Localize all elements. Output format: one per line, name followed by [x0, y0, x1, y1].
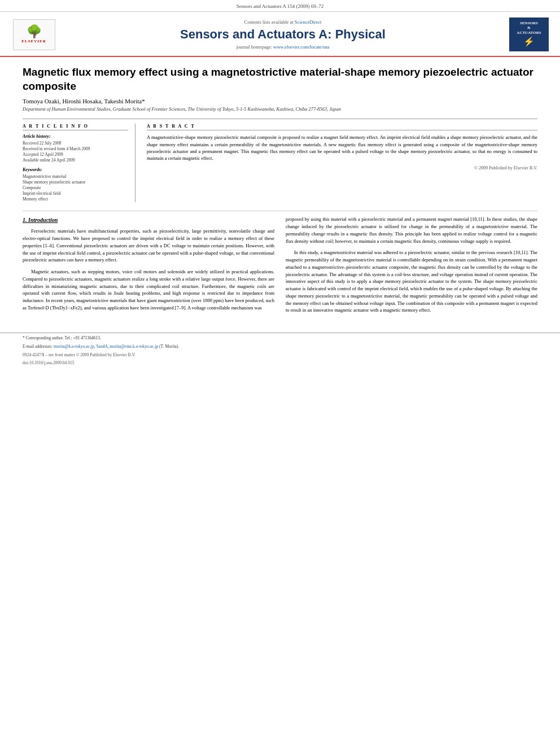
received-date: Received 22 July 2008: [23, 141, 128, 146]
journal-center: Contents lists available at ScienceDirec…: [56, 19, 509, 50]
elsevier-logo-box: 🌳 ELSEVIER: [13, 19, 55, 50]
email1-link[interactable]: morita@k.u-tokyo.ac.jp: [54, 344, 94, 349]
elsevier-logo: 🌳 ELSEVIER: [11, 19, 56, 50]
body-col-left: 1. Introduction Ferroelectric materials …: [23, 216, 274, 318]
body-para-4: In this study, a magnetostrictive materi…: [286, 249, 537, 314]
journal-header: 🌳 ELSEVIER Contents lists available at S…: [0, 12, 560, 57]
journal-logo-text: SENSORS&ACTUATORS: [517, 21, 541, 35]
section1-title: 1. Introduction: [23, 216, 274, 224]
body-section: 1. Introduction Ferroelectric materials …: [23, 216, 537, 318]
body-col-right: proposed by using this material with a p…: [286, 216, 537, 318]
abstract-col: A B S T R A C T A magnetostrictive-shape…: [147, 124, 537, 202]
article-info-col: A R T I C L E I N F O Article history: R…: [23, 124, 135, 202]
body-divider: [23, 211, 537, 211]
article-info-header: A R T I C L E I N F O: [23, 124, 128, 130]
elsevier-label: ELSEVIER: [21, 39, 46, 43]
elsevier-tree-icon: 🌳: [27, 25, 42, 38]
accepted-date: Accepted 12 April 2009: [23, 152, 128, 157]
keyword-2: Shape memory piezoelectric actuator: [23, 180, 128, 185]
sciencedirect-link[interactable]: ScienceDirect: [295, 19, 322, 25]
keywords-label: Keywords:: [23, 167, 128, 172]
journal-logo-icon: ⚡: [523, 36, 535, 47]
journal-homepage: journal homepage: www.elsevier.com/locat…: [68, 44, 498, 50]
keyword-4: Imprint electrical field: [23, 191, 128, 196]
journal-ref-bar: Sensors and Actuators A 154 (2009) 69–72: [0, 0, 560, 12]
authors: Tomoya Ozaki, Hiroshi Hosaka, Takeshi Mo…: [23, 98, 537, 104]
journal-logo-right: SENSORS&ACTUATORS ⚡: [509, 18, 549, 51]
article-title: Magnetic flux memory effect using a magn…: [23, 65, 537, 93]
homepage-link[interactable]: www.elsevier.com/locate/sna: [273, 44, 329, 50]
corresponding-author-note: * Corresponding author. Tel.: +81 471364…: [23, 335, 537, 342]
keyword-1: Magnetostrictive material: [23, 174, 128, 179]
body-para-1: Ferroelectric materials have multifuncti…: [23, 228, 274, 264]
abstract-copyright: © 2009 Published by Elsevier B.V.: [147, 165, 537, 171]
footer-area: * Corresponding author. Tel.: +81 471364…: [0, 333, 560, 365]
email-note: E-mail addresses: morita@k.u-tokyo.ac.jp…: [23, 344, 537, 350]
page-wrapper: Sensors and Actuators A 154 (2009) 69–72…: [0, 0, 560, 747]
info-abstract-section: A R T I C L E I N F O Article history: R…: [23, 119, 537, 202]
affiliation: Department of Human Environmental Studie…: [23, 106, 537, 112]
body-para-3: proposed by using this material with a p…: [286, 216, 537, 244]
keyword-3: Composite: [23, 185, 128, 190]
history-label: Article history:: [23, 134, 128, 139]
journal-ref-text: Sensors and Actuators A 154 (2009) 69–72: [237, 3, 324, 9]
body-para-2: Magnetic actuators, such as stepping mot…: [23, 268, 274, 312]
abstract-text: A magnetostrictive-shape memory piezoele…: [147, 134, 537, 161]
received-revised-date: Received in revised form 4 March 2009: [23, 146, 128, 151]
journal-title: Sensors and Actuators A: Physical: [68, 27, 498, 42]
available-date: Available online 24 April 2009: [23, 158, 128, 163]
keyword-5: Memory effect: [23, 196, 128, 202]
contents-line: Contents lists available at ScienceDirec…: [68, 19, 498, 25]
abstract-header: A B S T R A C T: [147, 124, 537, 130]
footer-copyright: 0924-4247/$ – see front matter © 2009 Pu…: [23, 352, 537, 357]
footer-doi: doi:10.1016/j.sna.2009.04.015: [23, 360, 537, 365]
main-content: Magnetic flux memory effect using a magn…: [0, 57, 560, 327]
email2-link[interactable]: SandA_morita@ems.k.u-tokyo.ac.jp: [96, 344, 158, 349]
